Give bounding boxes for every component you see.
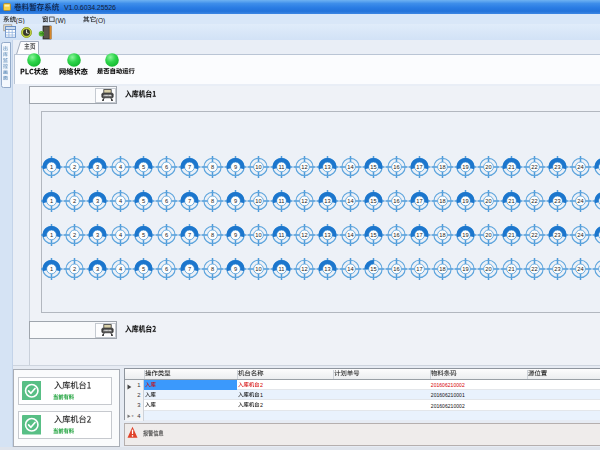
svg-text:8: 8 bbox=[211, 232, 214, 238]
svg-text:16: 16 bbox=[393, 232, 399, 238]
svg-text:7: 7 bbox=[188, 232, 191, 238]
svg-text:18: 18 bbox=[439, 266, 445, 272]
svg-text:23: 23 bbox=[554, 164, 560, 170]
svg-text:19: 19 bbox=[462, 266, 468, 272]
svg-text:7: 7 bbox=[188, 164, 191, 170]
svg-text:9: 9 bbox=[234, 198, 237, 204]
svg-text:24: 24 bbox=[577, 198, 583, 204]
svg-text:1: 1 bbox=[50, 198, 53, 204]
svg-text:12: 12 bbox=[301, 198, 307, 204]
svg-text:12: 12 bbox=[301, 164, 307, 170]
svg-text:6: 6 bbox=[165, 198, 168, 204]
svg-text:13: 13 bbox=[324, 232, 330, 238]
svg-text:17: 17 bbox=[416, 164, 422, 170]
svg-text:15: 15 bbox=[370, 266, 376, 272]
svg-text:13: 13 bbox=[324, 198, 330, 204]
svg-text:11: 11 bbox=[279, 232, 285, 238]
svg-text:6: 6 bbox=[165, 164, 168, 170]
svg-text:6: 6 bbox=[165, 232, 168, 238]
svg-text:19: 19 bbox=[462, 164, 468, 170]
svg-text:2: 2 bbox=[73, 198, 76, 204]
svg-text:24: 24 bbox=[577, 232, 583, 238]
svg-text:11: 11 bbox=[279, 198, 285, 204]
svg-text:16: 16 bbox=[393, 266, 399, 272]
svg-text:*: * bbox=[131, 414, 134, 419]
svg-text:11: 11 bbox=[279, 164, 285, 170]
svg-text:12: 12 bbox=[301, 232, 307, 238]
svg-text:24: 24 bbox=[577, 266, 583, 272]
svg-text:4: 4 bbox=[119, 266, 122, 272]
svg-text:4: 4 bbox=[119, 164, 122, 170]
svg-text:10: 10 bbox=[255, 198, 261, 204]
svg-text:23: 23 bbox=[554, 198, 560, 204]
svg-text:22: 22 bbox=[531, 164, 537, 170]
svg-text:1: 1 bbox=[50, 164, 53, 170]
svg-text:17: 17 bbox=[416, 232, 422, 238]
svg-text:17: 17 bbox=[416, 266, 422, 272]
svg-text:19: 19 bbox=[462, 198, 468, 204]
svg-text:22: 22 bbox=[531, 232, 537, 238]
svg-text:9: 9 bbox=[234, 266, 237, 272]
svg-text:12: 12 bbox=[301, 266, 307, 272]
svg-text:8: 8 bbox=[211, 198, 214, 204]
svg-text:2: 2 bbox=[73, 232, 76, 238]
svg-text:8: 8 bbox=[211, 266, 214, 272]
svg-text:7: 7 bbox=[188, 266, 191, 272]
svg-text:18: 18 bbox=[439, 232, 445, 238]
svg-text:5: 5 bbox=[142, 164, 145, 170]
svg-text:9: 9 bbox=[234, 232, 237, 238]
svg-text:17: 17 bbox=[416, 198, 422, 204]
svg-text:5: 5 bbox=[142, 198, 145, 204]
svg-text:3: 3 bbox=[96, 198, 99, 204]
svg-text:2: 2 bbox=[73, 164, 76, 170]
svg-text:15: 15 bbox=[370, 164, 376, 170]
svg-text:21: 21 bbox=[508, 266, 514, 272]
svg-text:10: 10 bbox=[255, 232, 261, 238]
svg-text:9: 9 bbox=[234, 164, 237, 170]
svg-text:18: 18 bbox=[439, 164, 445, 170]
svg-text:16: 16 bbox=[393, 198, 399, 204]
svg-text:14: 14 bbox=[347, 164, 353, 170]
svg-text:20: 20 bbox=[485, 232, 491, 238]
svg-text:1: 1 bbox=[50, 232, 53, 238]
svg-text:7: 7 bbox=[188, 198, 191, 204]
svg-text:5: 5 bbox=[142, 266, 145, 272]
svg-text:11: 11 bbox=[279, 266, 285, 272]
svg-text:18: 18 bbox=[439, 198, 445, 204]
svg-text:22: 22 bbox=[531, 266, 537, 272]
svg-text:21: 21 bbox=[508, 164, 514, 170]
svg-text:13: 13 bbox=[324, 164, 330, 170]
svg-text:19: 19 bbox=[462, 232, 468, 238]
svg-text:10: 10 bbox=[255, 266, 261, 272]
svg-text:2: 2 bbox=[73, 266, 76, 272]
svg-text:15: 15 bbox=[370, 232, 376, 238]
svg-text:14: 14 bbox=[347, 266, 353, 272]
svg-text:3: 3 bbox=[96, 164, 99, 170]
svg-text:8: 8 bbox=[211, 164, 214, 170]
svg-text:1: 1 bbox=[50, 266, 53, 272]
svg-text:3: 3 bbox=[96, 266, 99, 272]
svg-text:14: 14 bbox=[347, 198, 353, 204]
svg-text:20: 20 bbox=[485, 164, 491, 170]
svg-text:22: 22 bbox=[531, 198, 537, 204]
svg-text:14: 14 bbox=[347, 232, 353, 238]
svg-text:16: 16 bbox=[393, 164, 399, 170]
svg-text:10: 10 bbox=[255, 164, 261, 170]
svg-text:4: 4 bbox=[119, 232, 122, 238]
svg-text:3: 3 bbox=[96, 232, 99, 238]
svg-text:24: 24 bbox=[577, 164, 583, 170]
svg-text:23: 23 bbox=[554, 232, 560, 238]
svg-text:5: 5 bbox=[142, 232, 145, 238]
svg-text:15: 15 bbox=[370, 198, 376, 204]
svg-text:13: 13 bbox=[324, 266, 330, 272]
svg-text:21: 21 bbox=[508, 198, 514, 204]
svg-text:23: 23 bbox=[554, 266, 560, 272]
svg-text:6: 6 bbox=[165, 266, 168, 272]
svg-text:20: 20 bbox=[485, 198, 491, 204]
svg-text:4: 4 bbox=[119, 198, 122, 204]
svg-text:20: 20 bbox=[485, 266, 491, 272]
svg-text:21: 21 bbox=[508, 232, 514, 238]
